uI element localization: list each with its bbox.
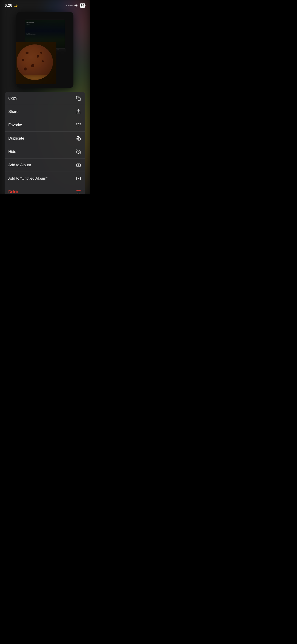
menu-item-copy[interactable]: Copy bbox=[4, 92, 85, 105]
photo-thumbnail: Gilmore Girls Season 1 GUYS, XTC PAPPLE … bbox=[16, 12, 74, 88]
menu-item-share-label: Share bbox=[8, 110, 18, 114]
menu-item-duplicate-label: Duplicate bbox=[8, 136, 24, 141]
svg-rect-9 bbox=[77, 163, 80, 164]
time-label: 6:26 bbox=[4, 3, 12, 8]
signal-dot-4 bbox=[71, 5, 72, 6]
trash-icon bbox=[76, 189, 82, 194]
menu-item-duplicate[interactable]: Duplicate bbox=[4, 132, 85, 145]
menu-item-favorite-label: Favorite bbox=[8, 123, 22, 127]
menu-item-add-to-untitled-label: Add to “Untitled Album” bbox=[8, 176, 48, 181]
menu-item-favorite[interactable]: Favorite bbox=[4, 118, 85, 132]
signal-dot-3 bbox=[70, 5, 71, 6]
menu-item-delete-label: Delete bbox=[8, 190, 19, 194]
pizza-in-photo bbox=[16, 42, 56, 84]
battery-indicator: 80 bbox=[80, 4, 85, 8]
copy-icon bbox=[76, 95, 82, 101]
battery-level: 80 bbox=[81, 4, 84, 7]
svg-rect-0 bbox=[78, 98, 80, 100]
heart-icon bbox=[76, 122, 82, 128]
menu-item-add-to-untitled[interactable]: Add to “Untitled Album” bbox=[4, 172, 85, 185]
menu-item-copy-label: Copy bbox=[8, 96, 17, 101]
menu-item-hide-label: Hide bbox=[8, 150, 16, 154]
signal-dot-2 bbox=[68, 5, 69, 6]
status-right: 80 bbox=[66, 4, 85, 8]
status-bar: 6:26 🌙 80 bbox=[0, 0, 90, 10]
context-menu: Copy Share Favorite Duplicate bbox=[4, 92, 85, 194]
duplicate-icon bbox=[76, 136, 82, 142]
signal-dot-1 bbox=[66, 5, 67, 6]
eye-slash-icon bbox=[76, 149, 82, 155]
share-icon bbox=[76, 109, 82, 115]
add-album-icon bbox=[76, 162, 82, 168]
moon-icon: 🌙 bbox=[14, 4, 18, 7]
photo-image: Gilmore Girls Season 1 GUYS, XTC PAPPLE … bbox=[16, 12, 74, 88]
menu-item-hide[interactable]: Hide bbox=[4, 145, 85, 158]
menu-item-delete[interactable]: Delete bbox=[4, 185, 85, 194]
menu-item-add-to-album[interactable]: Add to Album bbox=[4, 158, 85, 172]
add-album-sm-icon bbox=[76, 176, 82, 182]
signal-icon bbox=[66, 5, 72, 6]
wifi-icon bbox=[74, 4, 78, 8]
menu-item-add-to-album-label: Add to Album bbox=[8, 163, 31, 168]
menu-item-share[interactable]: Share bbox=[4, 105, 85, 118]
status-time: 6:26 🌙 bbox=[4, 3, 18, 8]
